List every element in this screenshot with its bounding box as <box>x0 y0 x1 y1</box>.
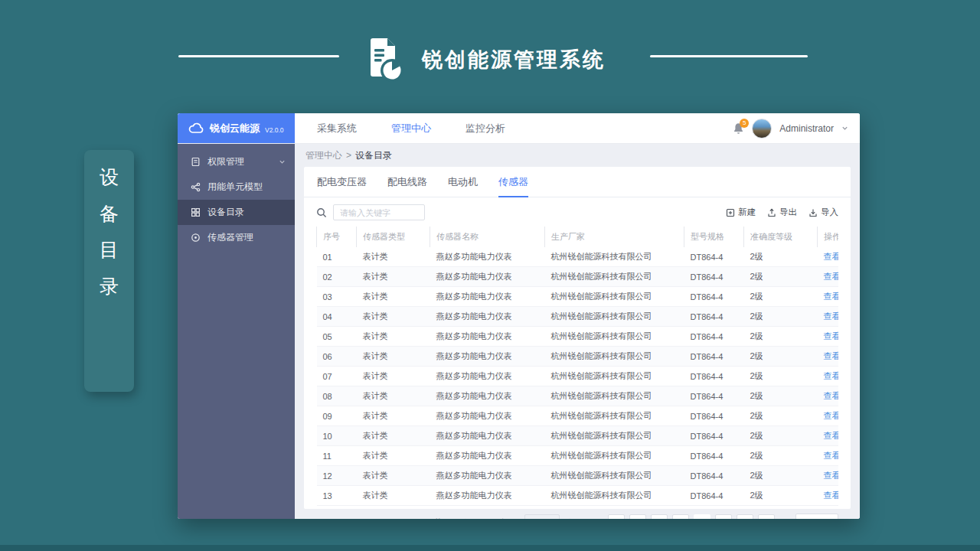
table-cell: 杭州锐创能源科技有限公司 <box>545 327 684 347</box>
report-logo-icon <box>360 36 406 83</box>
user-menu-caret-icon[interactable] <box>841 125 848 132</box>
view-link[interactable]: 查看 <box>824 311 839 321</box>
user-name: Administrator <box>779 123 834 134</box>
table-row: 06表计类燕赵多功能电力仪表杭州锐创能源科技有限公司DT864-42级查看删除 <box>317 347 839 367</box>
view-link[interactable]: 查看 <box>824 252 839 261</box>
view-link[interactable]: 查看 <box>824 451 839 460</box>
新建-button[interactable]: 新建 <box>726 207 756 218</box>
view-link[interactable]: 查看 <box>824 431 839 440</box>
table-cell: 09 <box>317 406 357 426</box>
table-cell: 表计类 <box>357 486 430 506</box>
table-cell: 燕赵多功能电力仪表 <box>430 446 545 466</box>
tab-配电线路[interactable]: 配电线路 <box>387 175 427 197</box>
view-link[interactable]: 查看 <box>824 351 839 360</box>
table-cell: 表计类 <box>357 287 430 307</box>
table-cell: 06 <box>317 347 357 367</box>
view-link[interactable]: 查看 <box>824 371 839 380</box>
table-cell: 2级 <box>744 486 818 506</box>
cloud-icon <box>188 122 204 134</box>
breadcrumb-separator: > <box>346 150 351 161</box>
page-button-3[interactable]: 3 <box>672 514 689 519</box>
nav-item-管理中心[interactable]: 管理中心 <box>391 122 431 135</box>
table-cell: 04 <box>317 307 357 327</box>
sidebar-item-设备目录[interactable]: 设备目录 <box>178 200 295 225</box>
page-button-2[interactable]: 2 <box>651 514 668 519</box>
view-link[interactable]: 查看 <box>824 491 839 500</box>
view-link[interactable]: 查看 <box>824 471 839 480</box>
search-input[interactable] <box>333 204 425 220</box>
table-row: 08表计类燕赵多功能电力仪表杭州锐创能源科技有限公司DT864-42级查看删除 <box>317 386 839 406</box>
导入-button[interactable]: 导入 <box>808 207 838 218</box>
new-icon <box>726 208 735 217</box>
page-button-1[interactable]: 1 <box>629 514 646 519</box>
toolbar-action-label: 新建 <box>738 207 756 218</box>
pager: 123-4950 <box>608 514 776 519</box>
row-actions-cell: 查看删除 <box>818 367 839 386</box>
table-cell: 2级 <box>744 466 818 486</box>
per-page-select[interactable]: 15 <box>524 514 560 519</box>
table-cell: DT864-4 <box>684 426 744 446</box>
view-link[interactable]: 查看 <box>824 411 839 420</box>
导出-button[interactable]: 导出 <box>767 207 797 218</box>
search-icon <box>316 207 327 218</box>
column-header: 操作 <box>818 227 839 247</box>
nav-item-采集系统[interactable]: 采集系统 <box>317 122 357 135</box>
table-cell: 2级 <box>744 406 818 426</box>
sidebar-item-权限管理[interactable]: 权限管理 <box>178 149 295 174</box>
page-number-buttons: 123-4950 <box>629 514 754 519</box>
page-button-50[interactable]: 50 <box>737 514 753 519</box>
table-row: 11表计类燕赵多功能电力仪表杭州锐创能源科技有限公司DT864-42级查看删除 <box>317 446 839 466</box>
toolbar: 新建导出导入 <box>304 197 851 226</box>
view-link[interactable]: 查看 <box>824 292 839 301</box>
notifications-button[interactable]: 5 <box>733 122 744 135</box>
page-button-49[interactable]: 49 <box>715 514 732 519</box>
view-link[interactable]: 查看 <box>824 331 839 341</box>
first-page-button[interactable]: 首页 <box>795 514 838 519</box>
table-cell: 表计类 <box>357 426 430 446</box>
table-cell: 02 <box>317 267 357 287</box>
prev-page-button[interactable] <box>608 514 625 519</box>
chevron-down-icon <box>279 158 286 165</box>
table-cell: 燕赵多功能电力仪表 <box>430 327 545 347</box>
table-cell: 杭州锐创能源科技有限公司 <box>545 347 684 367</box>
main-content: 管理中心 > 设备目录 配电变压器配电线路电动机传感器 新建导出导入 <box>295 144 860 519</box>
import-icon <box>808 208 818 217</box>
table-cell: DT864-4 <box>684 406 744 426</box>
column-header: 准确度等级 <box>744 227 818 247</box>
table-cell: 燕赵多功能电力仪表 <box>430 307 545 327</box>
table-row: 02表计类燕赵多功能电力仪表杭州锐创能源科技有限公司DT864-42级查看删除 <box>317 267 839 287</box>
column-header: 型号规格 <box>684 227 744 247</box>
brand-version: V2.0.0 <box>265 126 284 134</box>
toolbar-actions: 新建导出导入 <box>726 207 838 218</box>
view-link[interactable]: 查看 <box>824 391 839 400</box>
table-cell: DT864-4 <box>684 287 744 307</box>
table-cell: 杭州锐创能源科技有限公司 <box>545 247 684 267</box>
page-gap: - <box>694 514 710 519</box>
breadcrumb-parent[interactable]: 管理中心 <box>305 149 342 162</box>
tab-配电变压器[interactable]: 配电变压器 <box>317 175 367 197</box>
column-header: 传感器类型 <box>357 227 430 247</box>
user-avatar[interactable] <box>752 119 772 139</box>
table-row: 04表计类燕赵多功能电力仪表杭州锐创能源科技有限公司DT864-42级查看删除 <box>317 307 839 327</box>
nav-item-监控分析[interactable]: 监控分析 <box>466 122 505 135</box>
view-link[interactable]: 查看 <box>824 272 839 281</box>
table-cell: 杭州锐创能源科技有限公司 <box>545 386 684 406</box>
sidebar-item-用能单元模型[interactable]: 用能单元模型 <box>178 174 295 200</box>
table-row: 10表计类燕赵多功能电力仪表杭州锐创能源科技有限公司DT864-42级查看删除 <box>317 426 839 446</box>
table-cell: DT864-4 <box>684 347 744 367</box>
total-pages-text: 共1页 <box>434 517 456 520</box>
unit-label: 条 <box>567 517 576 520</box>
column-header: 序号 <box>317 227 357 247</box>
row-actions-cell: 查看删除 <box>818 247 839 267</box>
current-page-text: 第1/1页 <box>463 517 493 520</box>
row-actions-cell: 查看删除 <box>818 347 839 367</box>
next-page-button[interactable] <box>758 514 775 519</box>
brand-name: 锐创云能源 <box>210 122 260 135</box>
row-actions-cell: 查看删除 <box>818 406 839 426</box>
table-cell: DT864-4 <box>684 247 744 267</box>
tab-电动机[interactable]: 电动机 <box>448 175 478 197</box>
tab-传感器[interactable]: 传感器 <box>498 175 528 197</box>
sidebar-item-传感器管理[interactable]: 传感器管理 <box>178 225 295 250</box>
table-cell: 杭州锐创能源科技有限公司 <box>545 426 684 446</box>
toolbar-action-label: 导入 <box>821 207 838 218</box>
